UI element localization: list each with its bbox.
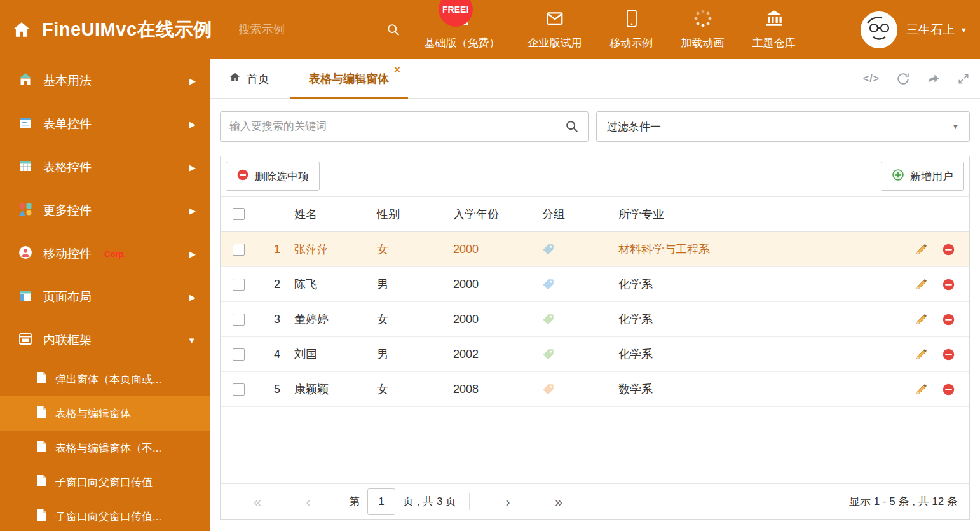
add-user-button[interactable]: 新增用户	[881, 162, 964, 191]
column-header-gender[interactable]: 性别	[367, 207, 443, 222]
pagination-bar: « ‹ 第 1 页 , 共 3 页 › » 显示 1 - 5 条 , 共 12 …	[221, 483, 969, 519]
cell-year: 2002	[443, 348, 532, 361]
tag-icon	[542, 243, 555, 256]
sidebar-item-basic-usage[interactable]: 基本用法 ▶	[0, 59, 210, 102]
cell-year: 2000	[443, 243, 532, 256]
sidebar-item-label: 页面布局	[43, 289, 92, 305]
sidebar-item-page-layout[interactable]: 页面布局 ▶	[0, 275, 210, 319]
table-header: 姓名 性别 入学年份 分组 所学专业	[221, 197, 969, 232]
row-checkbox[interactable]	[233, 314, 245, 326]
table-row[interactable]: 1 张萍萍 女 2000 材料科学与工程系	[221, 232, 969, 267]
search-icon[interactable]	[565, 120, 579, 134]
table-row[interactable]: 2 陈飞 男 2000 化学系	[221, 267, 969, 302]
row-number: 4	[256, 348, 284, 361]
edit-icon[interactable]	[915, 383, 928, 396]
grid-panel: 删除选中项 新增用户 姓名 性别 入学年份 分组 所学专业 1	[220, 156, 970, 520]
column-header-group[interactable]: 分组	[532, 207, 608, 222]
bank-icon	[765, 9, 784, 31]
row-checkbox[interactable]	[233, 383, 245, 396]
cell-gender: 男	[367, 347, 443, 362]
sidebar-subitem-child-to-parent-2[interactable]: 子窗口向父窗口传值...	[0, 499, 210, 531]
expand-icon[interactable]	[957, 72, 970, 85]
keyword-search-input[interactable]	[229, 120, 565, 133]
search-icon[interactable]	[386, 23, 400, 37]
refresh-icon[interactable]	[896, 72, 910, 86]
current-page-input[interactable]: 1	[367, 488, 395, 515]
cell-name: 康颖颖	[284, 382, 367, 397]
topbar-nav: 基础版（免费） 企业版试用 移动示例 加载动画 主题仓库	[425, 9, 796, 50]
delete-icon[interactable]	[942, 243, 955, 256]
delete-selected-button[interactable]: 删除选中项	[226, 162, 320, 191]
nav-item-label: 企业版试用	[528, 36, 582, 50]
tab-home[interactable]: 首页	[220, 59, 278, 98]
sidebar: 基本用法 ▶ 表单控件 ▶ 表格控件 ▶ 更多控件 ▶ 移动控件 Corp. ▶…	[0, 59, 210, 531]
filter-dropdown[interactable]: 过滤条件一 ▼	[596, 111, 970, 142]
cell-year: 2000	[443, 278, 532, 291]
first-page-button[interactable]: «	[232, 494, 283, 509]
chevron-right-icon: ▶	[189, 120, 196, 129]
layout-icon	[18, 288, 33, 307]
prev-page-button[interactable]: ‹	[283, 494, 334, 509]
share-icon[interactable]	[927, 72, 941, 86]
cell-year: 2008	[443, 383, 532, 396]
sidebar-subitem-child-to-parent[interactable]: 子窗口向父窗口传值	[0, 465, 210, 499]
cell-gender: 女	[367, 242, 443, 257]
user-menu[interactable]: 三生石上 ▼	[861, 11, 967, 48]
row-checkbox[interactable]	[233, 244, 245, 256]
column-header-year[interactable]: 入学年份	[443, 207, 532, 222]
edit-icon[interactable]	[915, 313, 928, 326]
table-row[interactable]: 4 刘国 男 2002 化学系	[221, 337, 969, 372]
major-link[interactable]: 材料科学与工程系	[618, 243, 710, 256]
page-label-before: 第	[349, 494, 360, 509]
table-empty-space	[221, 407, 969, 483]
column-header-major[interactable]: 所学专业	[608, 207, 895, 222]
edit-icon[interactable]	[915, 243, 928, 256]
select-all-checkbox[interactable]	[233, 208, 245, 220]
chevron-right-icon: ▶	[189, 163, 196, 172]
page-label-after: 页 , 共 3 页	[403, 494, 456, 509]
major-link[interactable]: 化学系	[618, 278, 653, 291]
sidebar-item-iframe[interactable]: 内联框架 ▼	[0, 319, 210, 362]
sidebar-item-table-controls[interactable]: 表格控件 ▶	[0, 146, 210, 189]
sidebar-item-mobile-controls[interactable]: 移动控件 Corp. ▶	[0, 232, 210, 275]
major-link[interactable]: 数学系	[618, 383, 653, 396]
nav-item-loading-animations[interactable]: 加载动画	[681, 9, 725, 50]
tabbar: 首页 表格与编辑窗体 × </>	[210, 59, 980, 99]
chevron-right-icon: ▶	[189, 76, 196, 86]
last-page-button[interactable]: »	[533, 494, 584, 509]
delete-icon[interactable]	[942, 383, 955, 396]
close-icon[interactable]: ×	[394, 64, 400, 75]
delete-icon[interactable]	[942, 278, 955, 291]
sidebar-subitem-grid-edit-window-no-popup[interactable]: 表格与编辑窗体（不...	[0, 431, 210, 465]
edit-icon[interactable]	[915, 348, 928, 361]
delete-icon[interactable]	[942, 348, 955, 361]
sidebar-item-more-controls[interactable]: 更多控件 ▶	[0, 189, 210, 232]
tab-grid-edit-window[interactable]: 表格与编辑窗体 ×	[290, 59, 408, 98]
next-page-button[interactable]: ›	[482, 494, 533, 509]
table-row[interactable]: 3 董婷婷 女 2000 化学系	[221, 302, 969, 337]
main-area: 首页 表格与编辑窗体 × </>	[210, 59, 980, 531]
sidebar-subitem-grid-edit-window[interactable]: 表格与编辑窗体	[0, 396, 210, 431]
topbar-search-input[interactable]	[239, 23, 386, 36]
source-code-icon[interactable]: </>	[863, 73, 880, 85]
row-checkbox[interactable]	[233, 348, 245, 361]
mobile-icon	[18, 245, 33, 263]
sidebar-item-form-controls[interactable]: 表单控件 ▶	[0, 102, 210, 146]
tag-icon	[542, 313, 555, 326]
nav-item-enterprise-trial[interactable]: 企业版试用	[528, 9, 582, 50]
sidebar-subitem-label: 表格与编辑窗体（不...	[55, 441, 161, 455]
sidebar-subitem-popup-window[interactable]: 弹出窗体（本页面或...	[0, 362, 210, 396]
cell-name: 董婷婷	[284, 312, 367, 327]
home-icon[interactable]	[11, 20, 32, 40]
column-header-name[interactable]: 姓名	[284, 207, 367, 222]
cell-year: 2000	[443, 313, 532, 326]
edit-icon[interactable]	[915, 278, 928, 291]
tag-icon	[542, 348, 555, 361]
row-checkbox[interactable]	[233, 279, 245, 291]
nav-item-theme-repo[interactable]: 主题仓库	[752, 9, 796, 50]
nav-item-mobile-examples[interactable]: 移动示例	[610, 9, 653, 50]
major-link[interactable]: 化学系	[618, 348, 653, 361]
delete-icon[interactable]	[942, 313, 955, 326]
major-link[interactable]: 化学系	[618, 313, 653, 326]
table-row[interactable]: 5 康颖颖 女 2008 数学系	[221, 372, 969, 407]
